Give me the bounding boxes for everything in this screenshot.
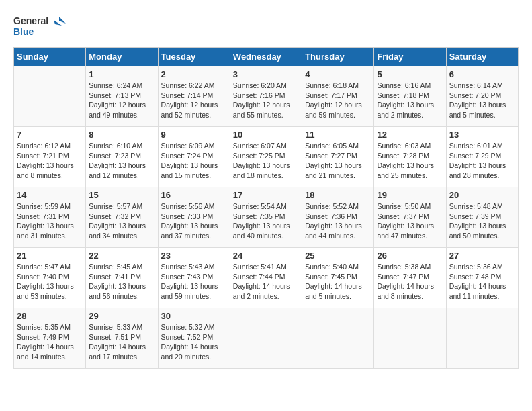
calendar-cell: 20Sunrise: 5:48 AMSunset: 7:39 PMDayligh… [446, 187, 518, 248]
day-number: 13 [449, 130, 515, 140]
day-number: 1 [89, 69, 154, 79]
calendar-cell: 13Sunrise: 6:01 AMSunset: 7:29 PMDayligh… [446, 127, 518, 187]
day-info: Sunrise: 5:45 AMSunset: 7:41 PMDaylight:… [89, 262, 154, 302]
day-number: 5 [377, 69, 443, 79]
calendar-week-row: 1Sunrise: 6:24 AMSunset: 7:13 PMDaylight… [14, 66, 519, 127]
day-number: 22 [89, 250, 154, 261]
day-info: Sunrise: 5:57 AMSunset: 7:32 PMDaylight:… [89, 201, 154, 241]
calendar-table: SundayMondayTuesdayWednesdayThursdayFrid… [13, 47, 519, 369]
calendar-cell: 24Sunrise: 5:41 AMSunset: 7:44 PMDayligh… [230, 248, 302, 308]
day-number: 12 [377, 130, 443, 140]
day-info: Sunrise: 5:43 AMSunset: 7:43 PMDaylight:… [161, 262, 227, 302]
day-number: 8 [89, 130, 154, 140]
day-info: Sunrise: 6:10 AMSunset: 7:23 PMDaylight:… [89, 141, 154, 181]
day-number: 2 [161, 69, 227, 79]
day-info: Sunrise: 6:09 AMSunset: 7:24 PMDaylight:… [161, 141, 227, 181]
calendar-cell: 27Sunrise: 5:36 AMSunset: 7:48 PMDayligh… [446, 248, 518, 308]
day-number: 3 [233, 69, 299, 79]
day-number: 18 [305, 190, 371, 200]
calendar-cell: 15Sunrise: 5:57 AMSunset: 7:32 PMDayligh… [86, 187, 158, 248]
day-info: Sunrise: 5:47 AMSunset: 7:40 PMDaylight:… [17, 262, 83, 302]
day-number: 29 [89, 311, 154, 321]
day-info: Sunrise: 6:03 AMSunset: 7:28 PMDaylight:… [377, 141, 443, 181]
col-header-thursday: Thursday [302, 48, 374, 66]
calendar-cell: 2Sunrise: 6:22 AMSunset: 7:14 PMDaylight… [158, 66, 230, 127]
calendar-cell: 30Sunrise: 5:32 AMSunset: 7:52 PMDayligh… [158, 308, 230, 369]
calendar-cell [446, 308, 518, 369]
logo: GeneralBlue [13, 13, 67, 40]
day-number: 19 [377, 190, 443, 200]
day-info: Sunrise: 5:48 AMSunset: 7:39 PMDaylight:… [449, 201, 515, 241]
day-info: Sunrise: 5:40 AMSunset: 7:45 PMDaylight:… [305, 262, 371, 302]
calendar-cell: 16Sunrise: 5:56 AMSunset: 7:33 PMDayligh… [158, 187, 230, 248]
day-number: 24 [233, 250, 299, 261]
day-info: Sunrise: 6:07 AMSunset: 7:25 PMDaylight:… [233, 141, 299, 181]
calendar-week-row: 14Sunrise: 5:59 AMSunset: 7:31 PMDayligh… [14, 187, 519, 248]
day-info: Sunrise: 6:20 AMSunset: 7:16 PMDaylight:… [233, 81, 299, 120]
col-header-sunday: Sunday [14, 48, 86, 66]
calendar-cell: 18Sunrise: 5:52 AMSunset: 7:36 PMDayligh… [302, 187, 374, 248]
day-info: Sunrise: 6:16 AMSunset: 7:18 PMDaylight:… [377, 81, 443, 120]
day-number: 15 [89, 190, 154, 200]
calendar-cell: 22Sunrise: 5:45 AMSunset: 7:41 PMDayligh… [86, 248, 158, 308]
day-number: 16 [161, 190, 227, 200]
svg-marker-1 [59, 17, 66, 24]
day-number: 21 [17, 250, 83, 261]
day-number: 10 [233, 130, 299, 140]
calendar-cell: 14Sunrise: 5:59 AMSunset: 7:31 PMDayligh… [14, 187, 86, 248]
calendar-cell: 23Sunrise: 5:43 AMSunset: 7:43 PMDayligh… [158, 248, 230, 308]
calendar-cell: 3Sunrise: 6:20 AMSunset: 7:16 PMDaylight… [230, 66, 302, 127]
day-info: Sunrise: 5:41 AMSunset: 7:44 PMDaylight:… [233, 262, 299, 302]
col-header-tuesday: Tuesday [158, 48, 230, 66]
calendar-cell: 5Sunrise: 6:16 AMSunset: 7:18 PMDaylight… [374, 66, 446, 127]
col-header-saturday: Saturday [446, 48, 518, 66]
calendar-cell: 17Sunrise: 5:54 AMSunset: 7:35 PMDayligh… [230, 187, 302, 248]
calendar-cell [302, 308, 374, 369]
calendar-cell: 6Sunrise: 6:14 AMSunset: 7:20 PMDaylight… [446, 66, 518, 127]
day-info: Sunrise: 5:38 AMSunset: 7:47 PMDaylight:… [377, 262, 443, 302]
day-number: 26 [377, 250, 443, 261]
day-number: 25 [305, 250, 371, 261]
day-number: 11 [305, 130, 371, 140]
day-info: Sunrise: 6:12 AMSunset: 7:21 PMDaylight:… [17, 141, 83, 181]
day-info: Sunrise: 5:33 AMSunset: 7:51 PMDaylight:… [89, 322, 154, 362]
calendar-cell: 4Sunrise: 6:18 AMSunset: 7:17 PMDaylight… [302, 66, 374, 127]
day-number: 17 [233, 190, 299, 200]
col-header-monday: Monday [86, 48, 158, 66]
day-info: Sunrise: 5:52 AMSunset: 7:36 PMDaylight:… [305, 201, 371, 241]
day-number: 14 [17, 190, 83, 200]
day-number: 28 [17, 311, 83, 321]
calendar-cell: 19Sunrise: 5:50 AMSunset: 7:37 PMDayligh… [374, 187, 446, 248]
day-number: 20 [449, 190, 515, 200]
day-info: Sunrise: 5:56 AMSunset: 7:33 PMDaylight:… [161, 201, 227, 241]
calendar-cell [230, 308, 302, 369]
calendar-header-row: SundayMondayTuesdayWednesdayThursdayFrid… [14, 48, 519, 66]
calendar-cell: 7Sunrise: 6:12 AMSunset: 7:21 PMDaylight… [14, 127, 86, 187]
day-info: Sunrise: 6:18 AMSunset: 7:17 PMDaylight:… [305, 81, 371, 120]
calendar-cell: 21Sunrise: 5:47 AMSunset: 7:40 PMDayligh… [14, 248, 86, 308]
col-header-friday: Friday [374, 48, 446, 66]
day-number: 4 [305, 69, 371, 79]
day-number: 9 [161, 130, 227, 140]
calendar-cell [374, 308, 446, 369]
day-info: Sunrise: 6:14 AMSunset: 7:20 PMDaylight:… [449, 81, 515, 120]
day-number: 6 [449, 69, 515, 79]
day-info: Sunrise: 5:35 AMSunset: 7:49 PMDaylight:… [17, 322, 83, 362]
calendar-cell: 9Sunrise: 6:09 AMSunset: 7:24 PMDaylight… [158, 127, 230, 187]
calendar-week-row: 7Sunrise: 6:12 AMSunset: 7:21 PMDaylight… [14, 127, 519, 187]
calendar-cell: 1Sunrise: 6:24 AMSunset: 7:13 PMDaylight… [86, 66, 158, 127]
calendar-cell: 29Sunrise: 5:33 AMSunset: 7:51 PMDayligh… [86, 308, 158, 369]
calendar-cell: 8Sunrise: 6:10 AMSunset: 7:23 PMDaylight… [86, 127, 158, 187]
svg-text:Blue: Blue [13, 26, 34, 37]
day-info: Sunrise: 5:54 AMSunset: 7:35 PMDaylight:… [233, 201, 299, 241]
day-info: Sunrise: 5:59 AMSunset: 7:31 PMDaylight:… [17, 201, 83, 241]
calendar-cell [14, 66, 86, 127]
svg-text:General: General [13, 15, 48, 26]
page-header: GeneralBlue [13, 13, 519, 40]
calendar-week-row: 28Sunrise: 5:35 AMSunset: 7:49 PMDayligh… [14, 308, 519, 369]
day-number: 23 [161, 250, 227, 261]
col-header-wednesday: Wednesday [230, 48, 302, 66]
day-number: 30 [161, 311, 227, 321]
calendar-cell: 28Sunrise: 5:35 AMSunset: 7:49 PMDayligh… [14, 308, 86, 369]
day-info: Sunrise: 6:01 AMSunset: 7:29 PMDaylight:… [449, 141, 515, 181]
